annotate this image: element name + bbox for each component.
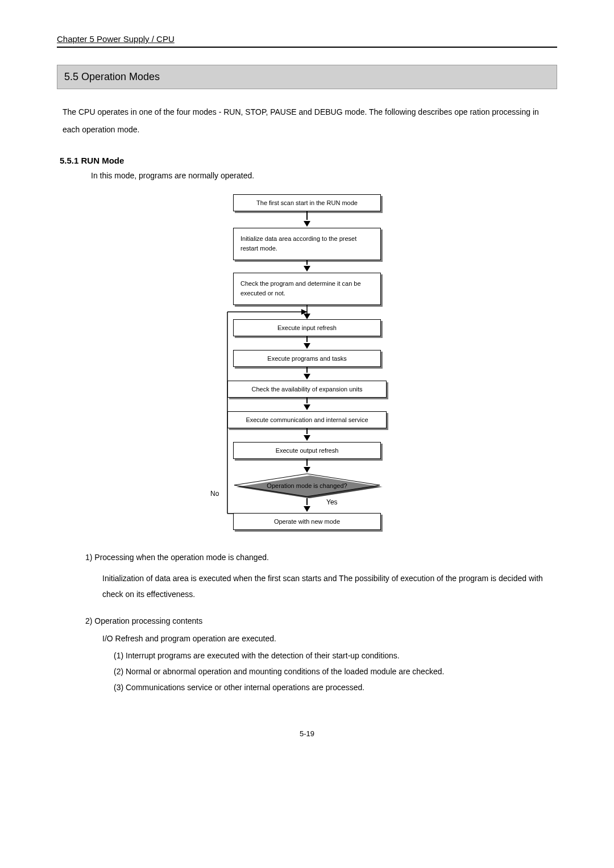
flow-box-check: Check the program and determine it can b… <box>233 273 381 305</box>
body-section-1: 1) Processing when the operation mode is… <box>85 553 557 602</box>
no-label: No <box>210 490 219 498</box>
list-item: (1) Interrupt programs are executed with… <box>114 648 557 663</box>
flowchart: The first scan start in the RUN mode Ini… <box>57 194 557 530</box>
arrow-icon <box>304 428 310 442</box>
subsection-text: In this mode, programs are normally oper… <box>91 171 557 180</box>
flow-box-new-mode: Operate with new mode <box>233 513 381 530</box>
arrow-icon <box>304 459 310 474</box>
arrow-icon <box>304 398 310 411</box>
body1-text: Initialization of data area is executed … <box>102 570 557 602</box>
chapter-header: Chapter 5 Power Supply / CPU <box>57 34 557 44</box>
arrow-icon <box>304 260 310 273</box>
flow-box-check-expansion: Check the availability of expansion unit… <box>227 381 387 398</box>
flow-box-init: Initialize data area according to the pr… <box>233 228 381 260</box>
yes-label: Yes <box>326 498 338 506</box>
arrow-icon <box>304 211 310 228</box>
list-item: (3) Communications service or other inte… <box>114 679 557 695</box>
flow-box-communication: Execute communication and internal servi… <box>227 411 387 428</box>
body-section-2: 2) Operation processing contents I/O Ref… <box>85 616 557 695</box>
diamond-text: Operation mode is changed? <box>267 482 347 489</box>
loop-container: Execute input refresh Execute programs a… <box>193 305 421 530</box>
subsection-title: 5.5.1 RUN Mode <box>60 156 557 165</box>
arrow-icon <box>304 498 310 513</box>
flow-box-input-refresh: Execute input refresh <box>233 319 381 336</box>
page-number: 5-19 <box>57 729 557 738</box>
section-title: 5.5 Operation Modes <box>57 65 557 89</box>
arrow-icon <box>304 336 310 350</box>
merge-arrow-icon <box>193 305 421 319</box>
body1-title: 1) Processing when the operation mode is… <box>85 553 557 562</box>
flow-box-execute-programs: Execute programs and tasks <box>233 350 381 367</box>
flow-box-start: The first scan start in the RUN mode <box>233 194 381 211</box>
flow-box-output-refresh: Execute output refresh <box>233 442 381 459</box>
chapter-underline <box>57 47 557 48</box>
list-item: (2) Normal or abnormal operation and mou… <box>114 663 557 679</box>
arrow-icon <box>304 367 310 381</box>
body2-lead: I/O Refresh and program operation are ex… <box>102 634 557 643</box>
intro-text: The CPU operates in one of the four mode… <box>63 103 557 139</box>
body2-list: (1) Interrupt programs are executed with… <box>114 648 557 695</box>
svg-marker-1 <box>304 314 310 319</box>
body2-title: 2) Operation processing contents <box>85 616 557 625</box>
